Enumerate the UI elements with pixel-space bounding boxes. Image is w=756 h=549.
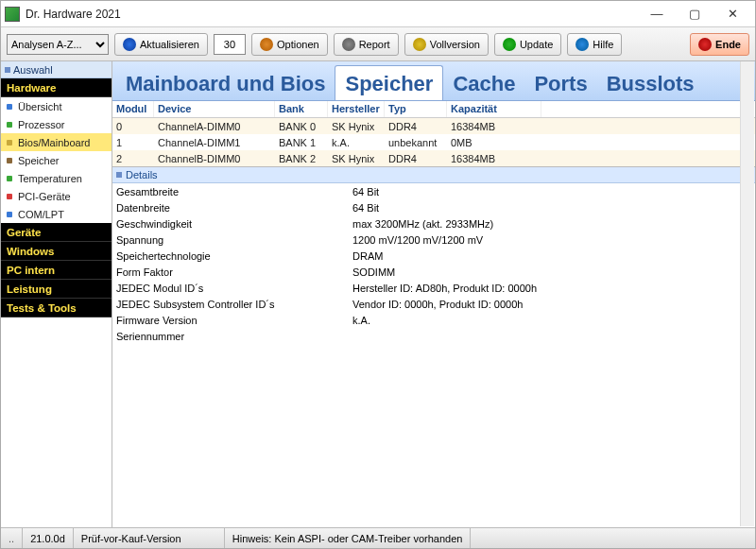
window-controls: — ▢ ✕ [638,3,751,26]
refresh-label: Aktualisieren [140,39,199,50]
details-header[interactable]: Details [112,167,755,183]
tab-cache[interactable]: Cache [443,66,524,100]
fullversion-button[interactable]: Vollversion [404,33,489,56]
tab-mainboard[interactable]: Mainboard und Bios [116,66,335,100]
toolbar: Analysen A-Z... Aktualisieren 30 Optione… [1,27,755,61]
col-device[interactable]: Device [154,101,275,117]
cell-kapazitaet: 0MB [447,136,541,149]
detail-value: 64 Bit [352,202,751,214]
details-title: Details [126,169,158,180]
col-hersteller[interactable]: Hersteller [328,101,385,117]
cell-bank: BANK 0 [275,120,328,133]
detail-row: Geschwindigkeitmax 3200MHz (akt. 2933MHz… [112,215,755,232]
vertical-scrollbar[interactable] [740,61,754,526]
status-version: 21.0.0d [23,528,74,548]
options-button[interactable]: Optionen [251,33,328,56]
sidebar-item-temperaturen[interactable]: Temperaturen [1,169,112,187]
status-edition: Prüf-vor-Kauf-Version [74,528,225,548]
refresh-icon [123,38,136,51]
detail-key: Form Faktor [116,266,352,278]
col-typ[interactable]: Typ [385,101,447,117]
cell-kapazitaet: 16384MB [447,152,541,165]
category-windows[interactable]: Windows [1,242,112,261]
category-geraete[interactable]: Geräte [1,223,112,242]
tab-ports[interactable]: Ports [524,66,596,100]
table-row[interactable]: 2 ChannelB-DIMM0 BANK 2 SK Hynix DDR4 16… [112,150,755,166]
detail-row: JEDEC Subsystem Controller ID´sVendor ID… [112,296,755,312]
sidebar-item-uebersicht[interactable]: Übersicht [1,97,112,115]
detail-key: Gesamtbreite [116,186,352,197]
category-hardware[interactable]: Hardware [1,78,112,97]
details-panel: Gesamtbreite64 BitDatenbreite64 BitGesch… [112,183,755,527]
category-tests-tools[interactable]: Tests & Tools [1,299,112,317]
detail-key: Firmware Version [116,315,352,326]
end-label: Ende [715,39,741,50]
sidebar-item-prozessor[interactable]: Prozessor [1,115,112,133]
table-row[interactable]: 1 ChannelA-DIMM1 BANK 1 k.A. unbekannt 0… [112,134,755,150]
col-kapazitaet[interactable]: Kapazität [447,101,541,117]
bullet-icon [7,122,12,128]
report-label: Report [359,39,390,50]
detail-key: Spannung [116,234,352,246]
detail-key: Seriennummer [116,331,352,342]
minimize-button[interactable]: — [638,3,676,26]
col-modul[interactable]: Modul [112,101,154,117]
cell-typ: unbekannt [385,136,447,149]
end-icon [698,38,712,51]
detail-value: SODIMM [352,266,751,278]
tab-busslots[interactable]: Busslots [597,66,704,100]
collapse-icon [5,67,10,73]
report-button[interactable]: Report [334,33,399,56]
sidebar-header[interactable]: Auswahl [1,61,112,78]
cell-modul: 1 [112,136,154,149]
cell-modul: 0 [112,120,154,133]
detail-value: 1200 mV/1200 mV/1200 mV [352,234,751,246]
status-dots: .. [1,528,23,548]
item-label: Temperaturen [18,173,82,184]
help-button[interactable]: Hilfe [567,33,622,56]
memory-grid: Modul Device Bank Hersteller Typ Kapazit… [112,101,755,167]
detail-value: Hersteller ID: AD80h, Produkt ID: 0000h [352,283,751,294]
category-leistung[interactable]: Leistung [1,280,112,299]
options-label: Optionen [277,39,319,50]
detail-value: Vendor ID: 0000h, Produkt ID: 0000h [352,299,751,310]
item-label: Übersicht [18,101,61,112]
col-bank[interactable]: Bank [275,101,328,117]
sidebar-item-pci-geraete[interactable]: PCI-Geräte [1,187,112,205]
refresh-button[interactable]: Aktualisieren [114,33,208,56]
tab-speicher[interactable]: Speicher [335,65,443,100]
category-pc-intern[interactable]: PC intern [1,261,112,280]
analysis-dropdown[interactable]: Analysen A-Z... [7,34,109,55]
close-button[interactable]: ✕ [713,3,751,26]
sidebar-item-bios-mainboard[interactable]: Bios/Mainboard [1,133,112,151]
maximize-button[interactable]: ▢ [676,3,713,26]
sidebar-item-speicher[interactable]: Speicher [1,151,112,169]
bullet-icon [7,140,12,146]
sidebar: Auswahl Hardware Übersicht Prozessor Bio… [1,61,112,527]
detail-row: Datenbreite64 Bit [112,199,755,215]
hint-label: Hinweis: [232,533,272,544]
item-label: PCI-Geräte [18,191,71,202]
report-icon [342,38,355,51]
bullet-icon [7,194,12,199]
fullversion-icon [413,38,426,51]
help-label: Hilfe [593,39,613,50]
fullversion-label: Vollversion [430,39,480,50]
update-button[interactable]: Update [494,33,561,56]
titlebar: Dr. Hardware 2021 — ▢ ✕ [1,1,755,27]
detail-key: Datenbreite [116,202,352,214]
item-label: COM/LPT [18,209,64,220]
update-icon [503,38,516,51]
main-area: Auswahl Hardware Übersicht Prozessor Bio… [1,61,755,527]
cell-typ: DDR4 [385,120,447,133]
detail-row: Firmware Versionk.A. [112,312,755,328]
sidebar-item-com-lpt[interactable]: COM/LPT [1,205,112,223]
hint-text: Kein ASPI- oder CAM-Treiber vorhanden [274,533,462,544]
bullet-icon [7,212,12,217]
table-row[interactable]: 0 ChannelA-DIMM0 BANK 0 SK Hynix DDR4 16… [112,118,755,134]
detail-key: JEDEC Subsystem Controller ID´s [116,299,352,310]
end-button[interactable]: Ende [690,33,749,56]
interval-spinner[interactable]: 30 [214,34,246,55]
cell-bank: BANK 1 [275,136,328,149]
grid-header: Modul Device Bank Hersteller Typ Kapazit… [112,101,755,118]
